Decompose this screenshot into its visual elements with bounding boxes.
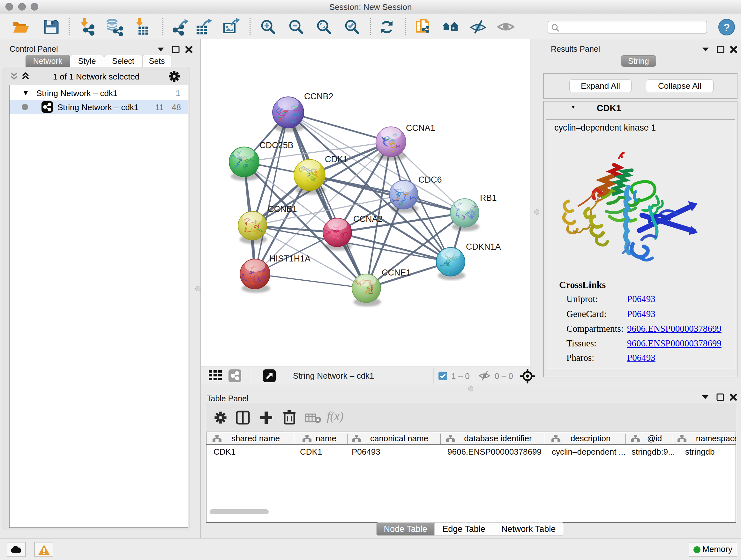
- svg-text:CDKN1A: CDKN1A: [466, 242, 501, 252]
- svg-text:CDC6: CDC6: [418, 175, 442, 185]
- svg-text:CCNA1: CCNA1: [406, 123, 435, 133]
- svg-text:CCNB1: CCNB1: [268, 204, 297, 214]
- svg-text:HIST1H1A: HIST1H1A: [269, 254, 311, 263]
- svg-text:CCNA2: CCNA2: [353, 214, 383, 224]
- svg-text:RB1: RB1: [480, 193, 497, 203]
- svg-text:CCNB2: CCNB2: [304, 91, 333, 101]
- svg-text:CCNE1: CCNE1: [382, 268, 411, 277]
- svg-text:CDK1: CDK1: [325, 154, 348, 164]
- svg-text:CDC25B: CDC25B: [259, 140, 293, 150]
